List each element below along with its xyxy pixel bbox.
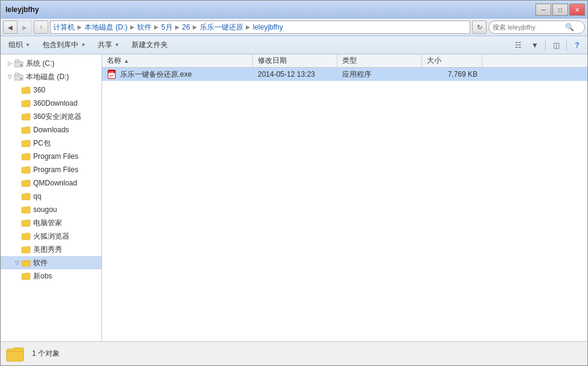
sidebar-item-360browser[interactable]: 360安全浏览器 <box>1 110 101 123</box>
breadcrumb-month[interactable]: 5月 <box>161 22 173 33</box>
toolbar-separator2 <box>566 39 567 51</box>
folder-icon-meitu <box>21 245 31 254</box>
forward-button[interactable]: ▶ <box>18 21 32 34</box>
include-arrow: ▼ <box>81 42 86 48</box>
sidebar-label-software: 软件 <box>33 258 48 268</box>
sidebar-item-downloads[interactable]: Downloads <box>1 123 101 136</box>
folder-icon-downloads <box>21 126 31 134</box>
address-bar-area: ◀ ▶ ↑ 计算机 ► 本地磁盘 (D:) ► 软件 ► 5月 ► 26 ► 乐… <box>1 19 587 36</box>
preview-pane-button[interactable]: ◫ <box>548 38 564 53</box>
view-mode-button[interactable]: ☷ <box>510 38 526 53</box>
sidebar-item-local-d[interactable]: ▽ 本地磁盘 (D:) <box>1 70 101 83</box>
sidebar-item-pfx86[interactable]: Program Files <box>1 163 101 176</box>
svg-text:APP: APP <box>109 75 114 77</box>
file-list-header: 名称 ▲ 修改日期 类型 大小 <box>102 54 587 68</box>
file-cell-size: 7,769 KB <box>422 68 482 81</box>
search-input[interactable] <box>493 24 565 31</box>
statusbar: 1 个对象 <box>1 341 587 365</box>
sidebar-label-360: 360 <box>33 86 45 94</box>
organize-arrow: ▼ <box>25 42 30 48</box>
nav-buttons: ◀ ▶ <box>3 21 32 34</box>
svg-rect-1 <box>15 60 19 62</box>
folder-icon-sougou <box>21 205 31 214</box>
folder-icon-firefox <box>21 232 31 240</box>
window-title: leleyjbfhy <box>5 5 39 14</box>
file-cell-date: 2014-05-12 13:23 <box>253 68 337 81</box>
maximize-button[interactable]: □ <box>552 4 568 16</box>
status-text: 1 个对象 <box>32 348 60 359</box>
search-icon[interactable]: 🔍 <box>565 23 574 31</box>
main-area: ▷ 系统 (C:) ▽ <box>1 54 587 341</box>
back-button[interactable]: ◀ <box>3 21 18 34</box>
table-row[interactable]: EXE APP 乐乐一键备份还原.exe 2014-05-12 13:23 应用… <box>102 68 587 81</box>
svg-point-2 <box>21 65 22 66</box>
breadcrumb-d[interactable]: 本地磁盘 (D:) <box>85 22 127 33</box>
sidebar-item-pf[interactable]: Program Files <box>1 150 101 163</box>
sidebar-label-pf: Program Files <box>33 152 78 161</box>
help-button[interactable]: ? <box>569 38 585 53</box>
breadcrumb-app[interactable]: 乐乐一键还原 <box>200 22 243 33</box>
include-library-button[interactable]: 包含到库中 ▼ <box>37 38 91 53</box>
folder-icon-pf <box>21 152 31 161</box>
sidebar-item-meitu[interactable]: 美图秀秀 <box>1 243 101 256</box>
sidebar-item-pcpack[interactable]: PC包 <box>1 136 101 150</box>
toggle-icon: ▷ <box>5 59 14 68</box>
window: leleyjbfhy ─ □ ✕ ◀ ▶ ↑ 计算机 ► 本地磁盘 (D:) ►… <box>0 0 588 366</box>
folder-icon-qmdl <box>21 179 31 187</box>
up-button[interactable]: ↑ <box>34 21 48 34</box>
sidebar-item-360download[interactable]: 360Download <box>1 97 101 110</box>
sidebar-label-firefox: 火狐浏览器 <box>33 231 69 242</box>
toolbar-separator <box>545 39 546 51</box>
sidebar-label-360dl: 360Download <box>33 99 77 108</box>
sidebar-item-sougou[interactable]: sougou <box>1 203 101 216</box>
folder-icon-pcmgr <box>21 219 31 227</box>
breadcrumb-software[interactable]: 软件 <box>137 22 152 33</box>
drive-icon <box>14 59 24 68</box>
folder-icon-360dl <box>21 99 31 108</box>
folder-icon-qq <box>21 192 31 201</box>
svg-text:EXE: EXE <box>109 71 114 74</box>
titlebar: leleyjbfhy ─ □ ✕ <box>1 1 587 19</box>
sort-asc-icon: ▲ <box>124 58 129 64</box>
svg-rect-4 <box>15 73 19 75</box>
col-header-size[interactable]: 大小 <box>422 54 482 67</box>
exe-icon: EXE APP <box>107 69 117 79</box>
file-list-body: EXE APP 乐乐一键备份还原.exe 2014-05-12 13:23 应用… <box>102 68 587 341</box>
close-button[interactable]: ✕ <box>569 4 585 16</box>
sidebar-item-firefox[interactable]: 火狐浏览器 <box>1 230 101 243</box>
sidebar-item-system-c[interactable]: ▷ 系统 (C:) <box>1 57 101 70</box>
share-arrow: ▼ <box>115 42 120 48</box>
sidebar-item-software[interactable]: ▽ 软件 <box>1 256 101 269</box>
status-folder-icon <box>5 344 25 364</box>
folder-icon-xinobs <box>21 272 31 280</box>
new-folder-button[interactable]: 新建文件夹 <box>126 38 173 53</box>
col-header-date[interactable]: 修改日期 <box>253 54 337 67</box>
col-header-type[interactable]: 类型 <box>337 54 422 67</box>
share-button[interactable]: 共享 ▼ <box>92 38 125 53</box>
sidebar-label-sougou: sougou <box>33 205 57 214</box>
breadcrumb-computer[interactable]: 计算机 <box>53 22 75 33</box>
sidebar-item-360[interactable]: 360 <box>1 83 101 97</box>
refresh-button[interactable]: ↻ <box>472 21 487 34</box>
breadcrumb-folder[interactable]: leleyjbfhy <box>253 23 283 31</box>
sidebar-item-qq[interactable]: qq <box>1 190 101 203</box>
sidebar-label-360b: 360安全浏览器 <box>33 112 81 122</box>
sidebar-item-qmdl[interactable]: QMDownload <box>1 176 101 190</box>
breadcrumb-day[interactable]: 26 <box>182 23 190 31</box>
sidebar-label-pfx86: Program Files <box>33 165 78 174</box>
sidebar-label-meitu: 美图秀秀 <box>33 245 62 255</box>
col-header-name[interactable]: 名称 ▲ <box>102 54 253 67</box>
breadcrumb-bar[interactable]: 计算机 ► 本地磁盘 (D:) ► 软件 ► 5月 ► 26 ► 乐乐一键还原 … <box>50 21 470 34</box>
organize-button[interactable]: 组织 ▼ <box>3 38 36 53</box>
sidebar-label-qmdl: QMDownload <box>33 179 77 187</box>
folder-icon-pcpack <box>21 139 31 147</box>
view-controls: ☷ ▼ ◫ ? <box>510 38 585 53</box>
sidebar: ▷ 系统 (C:) ▽ <box>1 54 102 341</box>
sidebar-item-pcmanager[interactable]: 电脑管家 <box>1 216 101 230</box>
sidebar-label-downloads: Downloads <box>33 126 69 134</box>
window-controls: ─ □ ✕ <box>535 4 585 16</box>
sidebar-item-xinobs[interactable]: 新obs <box>1 269 101 283</box>
folder-icon-pfx86 <box>21 165 31 174</box>
view-dropdown-button[interactable]: ▼ <box>527 38 543 53</box>
minimize-button[interactable]: ─ <box>535 4 551 16</box>
